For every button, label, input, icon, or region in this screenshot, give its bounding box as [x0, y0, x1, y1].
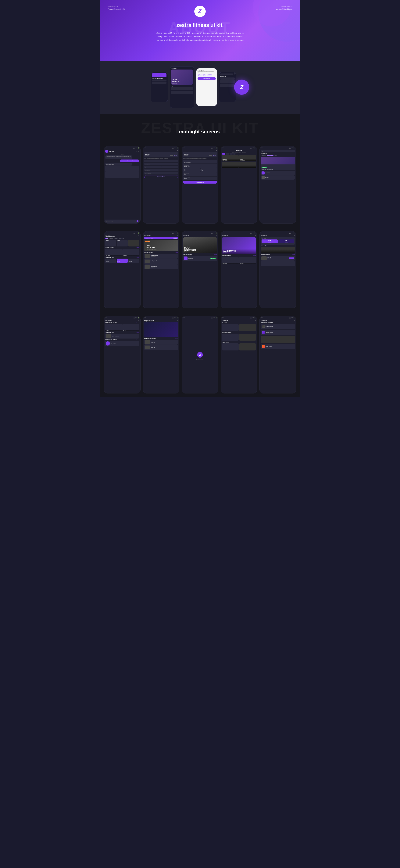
chat-send-button[interactable]: ▶ — [136, 220, 139, 222]
courses-view-all[interactable]: View all — [136, 257, 139, 258]
name-on-card-field[interactable]: Name on Card — [144, 160, 178, 162]
grid-icon-4[interactable]: ⠿ — [255, 235, 256, 237]
trainers-tabs: Yoga Cycling HIIT Fit — [222, 153, 256, 155]
yoga-view-all[interactable]: View all — [175, 338, 178, 339]
body-course-name-1: YOGS 101 — [188, 258, 193, 259]
aerial-header: Discover ⠿ — [261, 235, 295, 237]
browse-img-1 — [261, 336, 295, 343]
tab-athletes[interactable]: ATHLETES — [261, 155, 266, 156]
popular-screen-header: Discover ⠿ — [105, 320, 139, 321]
aerobic-2 — [239, 324, 256, 331]
chat-search-icon[interactable]: ⌕ — [136, 151, 137, 152]
chat-input-bar[interactable]: Type something... ▶ — [105, 220, 140, 223]
tab-free[interactable]: FREE — [274, 155, 277, 156]
browse-label: Browse All Categories — [261, 322, 295, 323]
body-view-all[interactable]: View all — [214, 254, 217, 255]
preview-phone-right: SPLIT SQUAT Lorem ipsum dolor sit amet c… — [196, 68, 217, 106]
floating-logo-icon: Z — [239, 84, 244, 90]
close-icon-2[interactable]: ✕ — [216, 150, 217, 152]
strength-2 — [239, 334, 256, 341]
grid-icon-5[interactable]: ⠿ — [294, 235, 295, 237]
tab-cycling-home[interactable]: Cycling — [114, 238, 118, 239]
tab-all-courses[interactable]: ALL COURSES — [267, 155, 274, 156]
body-workout-big-title: BODYWORKOUT — [184, 247, 216, 251]
discover-search-bar[interactable]: Search — [261, 150, 295, 152]
complete-order-button-empty[interactable]: Complete Order — [144, 175, 178, 178]
popular-view-all[interactable]: View all — [136, 247, 139, 248]
grid-icon-8[interactable]: ⠿ — [255, 320, 256, 321]
tab-hiit[interactable]: HIIT — [230, 153, 233, 155]
get-now-button[interactable]: Get Now — [173, 238, 177, 239]
browse-strength[interactable]: Strength Training — [261, 330, 295, 335]
plan-title-filled: YEARLY — [184, 154, 189, 155]
chat-more-icon[interactable]: ⋮ — [138, 151, 139, 152]
jane-title: Discover — [222, 235, 228, 237]
most-popular-view-all[interactable]: View all — [136, 322, 139, 323]
card-number-filled[interactable]: Card Number 4143 - 2424 — [183, 164, 217, 168]
discover-title-1: Discover — [261, 153, 295, 155]
phones-row-1: 9:41 ▮▮▮ WiFi 🔋 J Jane Doe ⌕ ⋮ TODAY Lor… — [100, 142, 300, 227]
knockout-view-all[interactable]: View all — [175, 252, 178, 253]
yy-filled[interactable]: YY 25 — [201, 168, 217, 172]
knockout-title: Discover — [144, 235, 151, 237]
yoga-course-name-2: YOGA VI — [151, 347, 178, 348]
tab-hiit-home[interactable]: HIIT — [119, 238, 122, 239]
zip-value: 34200 — [184, 178, 216, 179]
mm-field[interactable]: MM — [144, 166, 161, 168]
zip-field[interactable]: ZIP / Postal Code — [144, 172, 178, 175]
grid-icon-2[interactable]: ⠿ — [177, 235, 178, 237]
grid-icon-7[interactable]: ⠿ — [177, 320, 178, 321]
tab-cycling[interactable]: Cycling — [225, 153, 229, 155]
aerial-course-item: HIIT 101 Community FEATURED — [261, 256, 295, 261]
grid-icon-9[interactable]: ⠿ — [294, 320, 295, 321]
knockout-big-title: THEKNOCKOUT — [146, 245, 177, 249]
security-code-field[interactable]: Security Code — [144, 169, 178, 172]
popular-course-1: Yoga Training — [105, 249, 122, 256]
card-number-field[interactable]: Card Number — [144, 163, 178, 165]
popular-screen-title: Discover — [105, 320, 112, 321]
zip-filled[interactable]: ZIP / Postal Code 34200 — [183, 177, 217, 180]
tab-yoga-home[interactable]: Yoga — [105, 238, 108, 239]
body-workout-banner: BODYWORKOUT Body Training — [183, 237, 217, 253]
phones-row-2: 9:41 ▮▮▮ WiFi 🔋 Hello Berkay Let's get e… — [100, 227, 300, 312]
mm-filled[interactable]: MM 05 — [183, 168, 199, 172]
card-label: Card Number — [145, 164, 177, 165]
search-icon-home[interactable]: ⌕ — [136, 235, 137, 237]
tab-fit[interactable]: Fit — [233, 153, 236, 155]
more-icon-home[interactable]: ⠿ — [138, 235, 139, 237]
popular-courses-grid: Yoga Training Yoga Set 2 — [105, 249, 139, 256]
yy-field[interactable]: YY — [161, 166, 178, 168]
browse-cardio-icon — [262, 345, 265, 348]
phone-payment-filled: 9:41 ▮▮▮ WiFi 🔋 ✕ YEARLY billed yearly $… — [182, 146, 218, 223]
tab-fit-home[interactable]: Fit — [122, 238, 124, 239]
grid-icon-6[interactable]: ⠿ — [138, 320, 139, 321]
price-old: $11.00 — [170, 155, 173, 156]
browse-outdoor[interactable]: Outdoor Running — [261, 324, 295, 329]
tab-yoga[interactable]: Yoga — [222, 153, 225, 155]
yoga-course-item-2: YOGA VI — [144, 345, 178, 350]
courses-for-you-header: Courses for you View all — [105, 257, 139, 258]
security-filled[interactable]: Security Code 054 — [183, 173, 217, 176]
course-list-meta-3: Community — [151, 267, 178, 268]
payment-close-icon[interactable]: ✕ — [177, 150, 178, 152]
trainer-avatar-circle — [106, 341, 110, 345]
aerial-stats-row: 245 Workouts 12 Courses — [261, 240, 294, 243]
browse-cardio[interactable]: Cardio Training — [261, 344, 295, 349]
course-list-3: Yoga Experts Community — [144, 264, 178, 269]
aerial-view-all[interactable]: View all — [292, 254, 295, 255]
complete-order-button-filled[interactable]: Complete Order — [183, 181, 217, 184]
tab-wellness[interactable]: Wellness — [109, 238, 114, 239]
phone-discover-courses-header: 9:41 ▮▮▮ WiFi 🔋 — [260, 146, 296, 149]
popular-label: Popular Courses — [105, 247, 114, 248]
grid-icon-3[interactable]: ⠿ — [216, 235, 217, 237]
phone-chat-body: J Jane Doe ⌕ ⋮ TODAY Lorem ipsum dolor s… — [104, 149, 140, 219]
yy-label: YY — [162, 167, 177, 168]
jane-view-all[interactable]: View all — [253, 255, 256, 256]
name-on-card-filled[interactable]: Name on Card Berkay Erdınc — [183, 160, 217, 163]
name-value-filled: Berkay Erdınc — [184, 162, 216, 163]
browse-strength-text: Strength Training — [266, 332, 273, 333]
hero-title: zestra fitness ui kit. — [107, 22, 293, 28]
trainers-view-all[interactable]: View all — [136, 339, 139, 340]
courses-view-all-2[interactable]: View all — [136, 332, 139, 333]
brand-name-label: Zestra Fitness UI Kit — [107, 8, 125, 10]
